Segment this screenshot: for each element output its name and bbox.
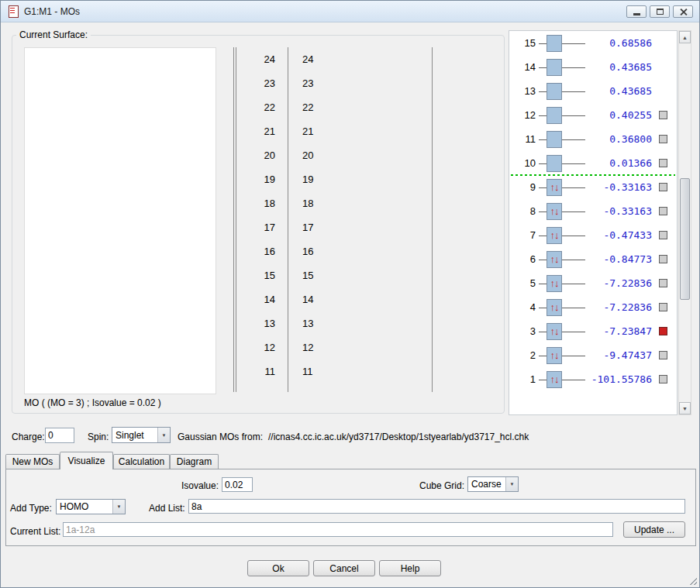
title-bar[interactable]: G1:M1 - MOs <box>1 1 699 22</box>
scroll-down-icon[interactable]: ▼ <box>679 402 691 414</box>
mo-select-checkbox[interactable] <box>659 183 667 191</box>
occupied-orbital-box[interactable]: ↑↓ <box>547 203 562 220</box>
mo-list-item[interactable]: 18 <box>302 191 432 215</box>
isovalue-input[interactable] <box>222 477 253 492</box>
mo-list-item[interactable]: 20 <box>234 143 275 167</box>
close-button[interactable] <box>673 5 693 18</box>
mo-checkbox-cell <box>652 183 675 191</box>
mo-select-checkbox[interactable] <box>659 303 667 311</box>
mo-list-item[interactable]: 14 <box>302 287 432 311</box>
spin-dropdown[interactable]: Singlet ▼ <box>112 427 171 443</box>
mo-list-item[interactable]: 24 <box>234 47 275 71</box>
resize-grip[interactable] <box>688 576 697 585</box>
mo-list-item[interactable]: 14 <box>234 287 275 311</box>
mo-list-item[interactable]: 19 <box>234 167 275 191</box>
mo-level-row[interactable]: 100.01366 <box>509 151 677 175</box>
mo-select-checkbox[interactable] <box>659 279 667 287</box>
scroll-up-icon[interactable]: ▲ <box>679 31 691 43</box>
mo-list-item[interactable]: 16 <box>234 239 275 263</box>
mo-list-item[interactable]: 17 <box>234 215 275 239</box>
mo-list-item[interactable]: 12 <box>234 335 275 359</box>
mo-list-item[interactable]: 20 <box>302 143 432 167</box>
mo-list-item[interactable]: 22 <box>234 95 275 119</box>
occupied-orbital-box[interactable]: ↑↓ <box>547 227 562 244</box>
mo-list-item[interactable]: 16 <box>302 239 432 263</box>
mo-select-checkbox[interactable] <box>659 375 667 383</box>
mo-select-checkbox[interactable] <box>659 207 667 215</box>
mo-list-item[interactable]: 23 <box>302 71 432 95</box>
mo-list-item[interactable]: 15 <box>234 263 275 287</box>
occupied-orbital-box[interactable]: ↑↓ <box>547 347 562 364</box>
ok-button[interactable]: Ok <box>247 560 309 576</box>
cancel-button[interactable]: Cancel <box>313 560 375 576</box>
mo-list-item[interactable]: 11 <box>302 359 432 383</box>
virtual-orbital-box[interactable] <box>547 107 562 124</box>
mo-select-checkbox[interactable] <box>659 255 667 263</box>
occupied-orbital-box[interactable]: ↑↓ <box>547 371 562 388</box>
cube-grid-dropdown[interactable]: Coarse ▼ <box>467 476 519 492</box>
mo-select-checkbox[interactable] <box>659 327 667 335</box>
mo-level-number: 4 <box>512 301 536 313</box>
mo-level-row[interactable]: 150.68586 <box>509 31 677 55</box>
mo-level-row[interactable]: 2↑↓-9.47437 <box>509 343 677 367</box>
mo-list-item[interactable]: 23 <box>234 71 275 95</box>
scrollbar-thumb[interactable] <box>680 178 690 300</box>
mo-select-checkbox[interactable] <box>659 159 667 167</box>
mo-list-item[interactable]: 13 <box>302 311 432 335</box>
mo-level-row[interactable]: 5↑↓-7.22836 <box>509 271 677 295</box>
maximize-button[interactable] <box>650 5 670 18</box>
mo-list-item[interactable]: 15 <box>302 263 432 287</box>
mo-level-row[interactable]: 1↑↓-101.55786 <box>509 367 677 391</box>
mo-level-row[interactable]: 140.43685 <box>509 55 677 79</box>
mo-select-checkbox[interactable] <box>659 135 667 143</box>
occupied-orbital-box[interactable]: ↑↓ <box>547 251 562 268</box>
tab-calculation[interactable]: Calculation <box>113 454 170 469</box>
occupied-orbital-box[interactable]: ↑↓ <box>547 323 562 340</box>
help-button[interactable]: Help <box>379 560 441 576</box>
charge-input[interactable] <box>45 428 74 443</box>
tab-new-mos[interactable]: New MOs <box>5 454 60 469</box>
mo-select-checkbox[interactable] <box>659 351 667 359</box>
update-button[interactable]: Update ... <box>623 521 685 538</box>
virtual-orbital-box[interactable] <box>547 155 562 172</box>
mo-select-checkbox[interactable] <box>659 111 667 119</box>
mo-level-row[interactable]: 8↑↓-0.33163 <box>509 199 677 223</box>
mo-energy-value: -0.33163 <box>588 181 652 193</box>
virtual-orbital-box[interactable] <box>547 83 562 100</box>
tab-diagram[interactable]: Diagram <box>170 454 219 469</box>
mo-list-item[interactable]: 21 <box>234 119 275 143</box>
occupied-orbital-box[interactable]: ↑↓ <box>547 299 562 316</box>
mo-list-item[interactable]: 18 <box>234 191 275 215</box>
add-type-dropdown[interactable]: HOMO ▼ <box>56 499 126 514</box>
current-list-input[interactable] <box>63 522 613 537</box>
mo-level-row[interactable]: 120.40255 <box>509 103 677 127</box>
mo-list-item[interactable]: 12 <box>302 335 432 359</box>
mo-level-row[interactable]: 7↑↓-0.47433 <box>509 223 677 247</box>
mo-level-row[interactable]: 130.43685 <box>509 79 677 103</box>
tab-visualize[interactable]: Visualize <box>60 452 113 469</box>
virtual-orbital-box[interactable] <box>547 59 562 76</box>
mo-level-row[interactable]: 9↑↓-0.33163 <box>509 175 677 199</box>
virtual-orbital-box[interactable] <box>547 35 562 52</box>
mo-list-item[interactable]: 17 <box>302 215 432 239</box>
mo-list-item[interactable]: 13 <box>234 311 275 335</box>
occupied-orbital-box[interactable]: ↑↓ <box>547 275 562 292</box>
virtual-orbital-box[interactable] <box>547 131 562 148</box>
mo-list-item[interactable]: 19 <box>302 167 432 191</box>
surface-view[interactable] <box>24 47 216 394</box>
mo-list-item[interactable]: 22 <box>302 95 432 119</box>
mo-list-item[interactable]: 11 <box>234 359 275 383</box>
mo-list-item[interactable]: 24 <box>302 47 432 71</box>
mo-list-item[interactable]: 10 <box>302 383 432 392</box>
mo-level-row[interactable]: 4↑↓-7.22836 <box>509 295 677 319</box>
mo-level-row[interactable]: 110.36800 <box>509 127 677 151</box>
mo-level-row[interactable]: 3↑↓-7.23847 <box>509 319 677 343</box>
occupied-orbital-box[interactable]: ↑↓ <box>547 179 562 196</box>
add-list-input[interactable] <box>188 499 685 514</box>
diagram-scrollbar[interactable]: ▲ ▼ <box>678 30 691 415</box>
mo-level-row[interactable]: 6↑↓-0.84773 <box>509 247 677 271</box>
minimize-button[interactable] <box>626 5 647 18</box>
mo-select-checkbox[interactable] <box>659 231 667 239</box>
mo-list-item[interactable]: 10 <box>234 383 275 392</box>
mo-list-item[interactable]: 21 <box>302 119 432 143</box>
